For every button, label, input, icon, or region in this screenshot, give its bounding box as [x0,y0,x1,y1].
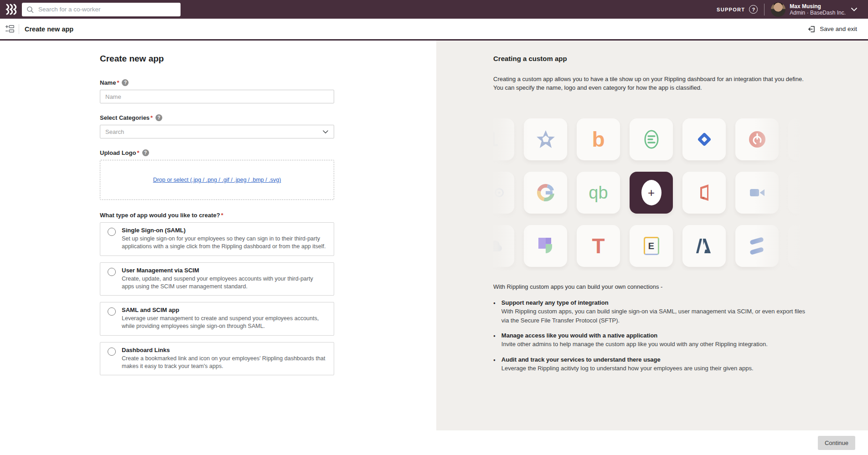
option-single-sign-on[interactable]: Single Sign-on (SAML) Set up single sign… [100,222,334,256]
app-tile-grid: 1 b [493,118,809,271]
app-tile-office[interactable] [682,172,726,214]
app-tile-leaf[interactable] [524,225,567,267]
bullet-description: Invite other admins to help manage the c… [501,340,768,349]
app-tile-cloud[interactable] [493,225,514,267]
benefits-list: ● Support nearly any type of integration… [493,299,812,373]
app-tile-b[interactable]: b [577,118,620,160]
page-title: Create new app [25,26,73,33]
cloud-icon [493,238,503,254]
info-intro: Creating a custom app allows you to have… [493,75,809,92]
radio-button[interactable] [108,228,116,236]
coworker-searchbox[interactable] [22,3,181,16]
name-label: Name* ? [100,79,334,86]
list-item: ● Support nearly any type of integration… [493,299,812,325]
help-icon[interactable]: ? [749,5,758,14]
bullet-description: Leverage the Rippling acitivty log to un… [501,364,754,373]
jira-diamond-icon [694,129,714,149]
app-tile-asana[interactable] [788,225,809,267]
option-description: Create a bookmarked link and icon on you… [122,355,326,371]
app-tile-t[interactable]: T [577,225,620,267]
logo-label: Upload Logo* ? [100,149,334,156]
bullet-icon: ● [493,356,496,373]
app-tile-dropbox[interactable] [788,118,809,160]
save-and-exit-label: Save and exit [820,26,857,32]
app-tile-jira[interactable] [682,118,726,160]
form-panel: Create new app Name* ? Select Categories… [0,41,436,430]
radio-button[interactable] [108,348,116,356]
app-tile-onelogin[interactable]: 1 [493,118,514,160]
logo-help-icon[interactable]: ? [142,149,149,156]
letter-t-icon: T [592,235,604,256]
app-tile-quickbooks[interactable]: qb [577,172,620,214]
logo-label-text: Upload Logo [100,149,136,156]
leaf-icon [537,236,555,256]
app-tile-star[interactable] [524,118,567,160]
app-tile-atlassian[interactable] [682,225,726,267]
bullet-title: Support nearly any type of integration [501,299,812,306]
app-tile-custom-plus[interactable]: + [630,172,673,214]
logo-dropzone[interactable]: Drop or select (.jpg / .png / .gif / .jp… [100,160,334,200]
app-tile-sage[interactable]: sa [788,172,809,214]
star-icon [536,130,555,149]
rippling-logo[interactable] [5,4,17,15]
video-camera-icon [748,183,767,202]
save-and-exit-button[interactable]: Save and exit [807,25,857,33]
categories-search-input[interactable] [100,125,334,138]
quickbooks-icon: qb [589,184,608,201]
google-g-icon [535,182,556,203]
app-tile-google[interactable] [524,172,567,214]
option-dashboard-links[interactable]: Dashboard Links Create a bookmarked link… [100,342,334,376]
categories-label: Select Categories* ? [100,114,334,121]
option-description: Create, update, and suspend your employe… [122,275,326,291]
radio-button[interactable] [108,307,116,316]
sage-icon: sa [802,185,809,200]
avatar[interactable] [771,2,785,17]
logo-upload-link[interactable]: Drop or select (.jpg / .png / .gif / .jp… [153,177,281,183]
form-heading: Create new app [100,54,334,64]
toolbar: Create new app Save and exit [0,19,868,41]
required-asterisk: * [117,79,119,86]
xero-circle-icon [494,188,504,198]
option-saml-and-scim[interactable]: SAML and SCIM app Leverage user manageme… [100,302,334,336]
account-menu[interactable]: Max Musing Admin · BaseDash Inc. [790,3,846,16]
radio-button[interactable] [108,268,116,276]
continue-button[interactable]: Continue [818,436,855,450]
bullet-title: Audit and track your services to underst… [501,356,754,363]
topbar-right: SUPPORT ? Max Musing Admin · BaseDash In… [717,2,857,17]
name-input[interactable] [100,90,334,103]
create-app-list-icon[interactable] [5,25,14,33]
bullet-title: Manage access like you would with a nati… [501,332,768,339]
app-type-label: What type of app would you like to creat… [100,212,334,219]
app-tile-xero[interactable]: ro [493,172,514,214]
app-tile-e[interactable]: E [630,225,673,267]
option-title: Dashboard Links [122,347,326,353]
categories-label-text: Select Categories [100,114,150,121]
required-asterisk: * [137,149,139,156]
bullet-icon: ● [493,332,496,349]
app-tile-confluence[interactable] [735,225,779,267]
info-heading: Creating a custom app [493,55,868,62]
app-type-field: What type of app would you like to creat… [100,212,334,375]
app-tile-power[interactable] [735,118,779,160]
chevron-down-icon[interactable] [851,8,857,11]
support-link[interactable]: SUPPORT [717,7,745,12]
app-type-label-text: What type of app would you like to creat… [100,212,220,219]
option-title: Single Sign-on (SAML) [122,227,326,234]
app-tile-green-oval[interactable] [630,118,673,160]
name-label-text: Name [100,79,116,86]
option-title: User Management via SCIM [122,267,326,274]
categories-select[interactable] [100,125,334,138]
categories-help-icon[interactable]: ? [155,114,162,121]
option-user-management-scim[interactable]: User Management via SCIM Create, update,… [100,262,334,296]
name-help-icon[interactable]: ? [122,79,129,86]
main-content: Create new app Name* ? Select Categories… [0,41,868,430]
required-asterisk: * [150,114,153,121]
user-role: Admin · BaseDash Inc. [790,10,846,16]
app-tile-video[interactable] [735,172,779,214]
plus-icon: + [641,180,661,205]
connections-line: With Rippling custom apps you can build … [493,283,868,290]
search-input[interactable] [37,5,176,13]
bullet-icon: ● [493,299,496,325]
office-icon [694,183,714,203]
topbar: SUPPORT ? Max Musing Admin · BaseDash In… [0,0,868,19]
